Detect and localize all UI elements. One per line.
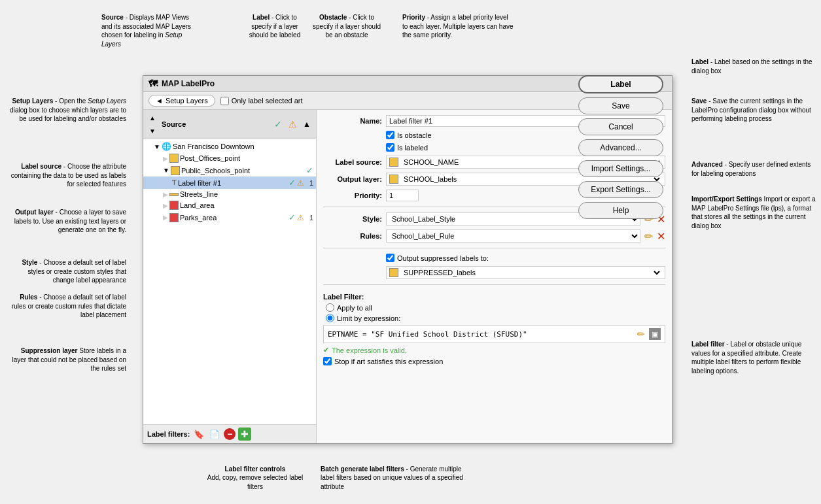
setup-layers-btn[interactable]: ◄ Setup Layers [148, 95, 215, 107]
label-source-annotation: Label source - Choose the attribute cont… [5, 162, 126, 189]
tree-item-parks[interactable]: ▶ Parks_area ✓ ⚠ 1 [143, 211, 316, 224]
land-label: Land_area [180, 201, 313, 209]
export-settings-btn[interactable]: Export Settings... [578, 181, 663, 198]
apply-to-all-radio[interactable] [326, 303, 334, 312]
expand-icon: ▼ [154, 143, 160, 150]
label-btn[interactable]: Label [578, 75, 663, 93]
rules-del-btn[interactable]: ✕ [657, 230, 665, 243]
filter-icon: Ƭ [172, 178, 177, 187]
tree-item-post-offices[interactable]: ▶ Post_Offices_point [143, 152, 316, 164]
expression-edit-btn[interactable]: ✏ [637, 329, 645, 339]
label-filters-label: Label filters: [147, 430, 190, 438]
title-icon: 🗺 [148, 78, 158, 89]
suppression-annotation: Suppression layer Store labels in a laye… [5, 346, 126, 373]
rules-row: Rules: School_Label_Rule ✏ ✕ [323, 229, 665, 243]
tree-item-streets[interactable]: ▶ Streets_line [143, 189, 316, 199]
expression-text: EPTNAME = "SF Unified School District (S… [328, 330, 633, 339]
source-orange-icon[interactable]: ⚠ [286, 118, 299, 131]
advanced-btn-annotation: Advanced - Specify user defined extents … [691, 160, 816, 178]
expand-icon-schools: ▼ [163, 167, 169, 174]
expand-icon-post: ▶ [163, 155, 168, 162]
apply-to-all-row: Apply to all [323, 303, 665, 312]
source-up-arrow[interactable]: ▲ [300, 118, 313, 131]
streets-label: Streets_line [180, 190, 313, 198]
limit-by-expr-label: Limit by expression: [337, 314, 400, 322]
only-label-checkbox[interactable] [220, 97, 229, 105]
tree-item-label-filter-1[interactable]: Ƭ Label filter #1 ✓ ⚠ 1 [143, 176, 316, 189]
globe-icon: 🌐 [162, 142, 171, 151]
import-export-annotation: Import/Export Settings Import or export … [691, 195, 816, 230]
tree-item-public-schools[interactable]: ▼ Public_Schools_point ✓ [143, 164, 316, 176]
is-labeled-label: Is labeled [397, 144, 428, 152]
source-panel: ▲ ▼ Source ✓ ⚠ ▲ ▼ 🌐 San Francisco Downt… [143, 110, 317, 443]
expression-del-btn[interactable]: ▣ [649, 328, 661, 340]
rules-annotation: Rules - Choose a default set of label ru… [5, 293, 126, 320]
source-header-label: Source [160, 120, 270, 128]
setup-layers-annotation: Setup Layers - Open the Setup Layers dia… [5, 97, 126, 124]
label-btn-annotation: Label - Label based on the settings in t… [691, 58, 816, 75]
tree-item-sf-downtown[interactable]: ▼ 🌐 San Francisco Downtown [143, 141, 316, 152]
rules-edit-btn[interactable]: ✏ [644, 230, 653, 243]
output-layer-label: Output layer: [323, 175, 382, 183]
nav-down-btn[interactable]: ▼ [146, 124, 159, 137]
separator-3 [323, 284, 665, 285]
is-labeled-checkbox[interactable] [386, 143, 394, 152]
source-annotation: Source - Displays MAP Views and its asso… [101, 13, 193, 48]
cancel-btn[interactable]: Cancel [578, 118, 663, 135]
rules-select[interactable]: School_Label_Rule [386, 229, 640, 243]
label-filter-annotation: Label filter - Label or obstacle unique … [691, 340, 816, 375]
setup-layers-label: Setup Layers [166, 97, 208, 105]
priority-input[interactable] [386, 190, 419, 201]
nav-up-btn[interactable]: ▲ [146, 111, 159, 124]
suppressed-checkbox-row: Output suppressed labels to: [323, 254, 665, 262]
yellow-icon-streets [169, 193, 179, 196]
schools-green-icon: ✓ [306, 165, 313, 175]
suppressed-checkbox[interactable] [386, 254, 394, 262]
yellow-icon-schools [171, 166, 180, 175]
filter-green-icon: ✓ [288, 178, 296, 188]
tree-item-land[interactable]: ▶ Land_area [143, 199, 316, 211]
separator-2 [323, 248, 665, 248]
filter-orange-icon: ⚠ [297, 178, 304, 188]
filter-icon-2[interactable]: 📄 [208, 428, 221, 441]
save-btn[interactable]: Save [578, 97, 663, 114]
yellow-icon-post [169, 154, 179, 163]
output-layer-icon [389, 175, 398, 184]
filter-icon-1[interactable]: 🔖 [192, 428, 205, 441]
obstacle-annotation: Obstacle - Click to specify if a layer s… [311, 13, 383, 40]
suppressed-icon [389, 268, 398, 277]
parks-orange-icon: ⚠ [297, 213, 304, 222]
add-filter-btn[interactable]: ✚ [238, 428, 251, 441]
only-label-text: Only label selected art [232, 97, 303, 105]
stop-label: Stop if art satisfies this expression [334, 358, 443, 365]
import-settings-btn[interactable]: Import Settings... [578, 160, 663, 177]
action-buttons-panel: Label Save Cancel Advanced... Import Set… [578, 75, 663, 219]
filter-1-num: 1 [306, 179, 313, 187]
apply-to-all-label: Apply to all [337, 304, 372, 312]
is-obstacle-checkbox[interactable] [386, 131, 394, 139]
source-green-icon[interactable]: ✓ [271, 118, 285, 131]
limit-by-expr-radio[interactable] [326, 314, 334, 322]
checkmark-icon: ✔ [323, 346, 329, 354]
red-icon-land [169, 201, 179, 210]
stop-checkbox[interactable] [323, 357, 332, 365]
suppressed-select[interactable]: SUPPRESSED_labels [401, 268, 662, 277]
save-btn-annotation: Save - Save the current settings in the … [691, 97, 816, 124]
help-btn[interactable]: Help [578, 202, 663, 219]
label-click-annotation: Label - Click to specify if a layer shou… [242, 13, 307, 40]
style-label: Style: [323, 215, 382, 223]
name-label: Name: [323, 117, 382, 125]
nav-buttons: ▲ ▼ [146, 111, 159, 137]
label-filter-title: Label Filter: [323, 293, 665, 301]
valid-text: The expression is valid. [332, 346, 407, 354]
filter-controls-annotation: Label filter controls Add, copy, remove … [203, 465, 307, 492]
output-layer-annotation: Output layer - Choose a layer to save la… [5, 208, 126, 235]
rules-label: Rules: [323, 232, 382, 240]
suppressed-select-container[interactable]: SUPPRESSED_labels [386, 266, 665, 279]
source-header: ▲ ▼ Source ✓ ⚠ ▲ [143, 110, 316, 139]
limit-by-expr-row: Limit by expression: [323, 314, 665, 322]
advanced-btn[interactable]: Advanced... [578, 139, 663, 156]
only-label-checkbox-label[interactable]: Only label selected art [220, 97, 303, 105]
dialog-title: MAP LabelPro [162, 79, 215, 88]
remove-filter-btn[interactable]: − [224, 428, 236, 440]
